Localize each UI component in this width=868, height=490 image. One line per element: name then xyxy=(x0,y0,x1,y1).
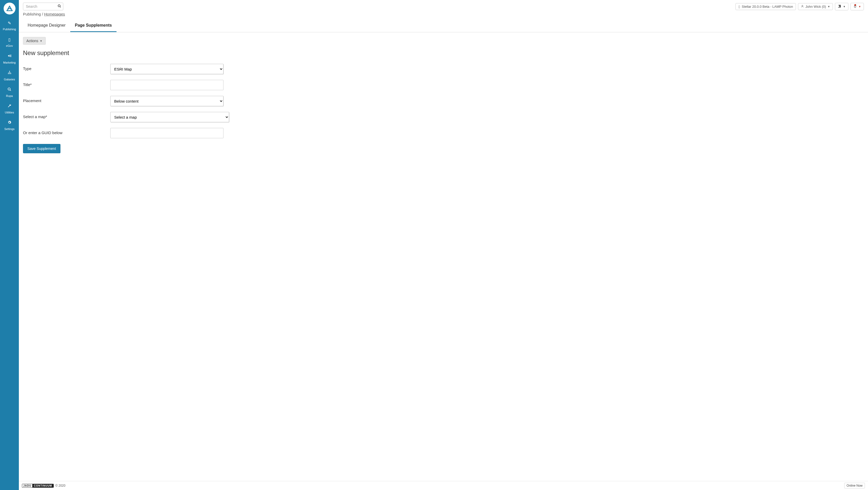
sidebar-item-label: Settings xyxy=(4,127,15,130)
bullhorn-icon xyxy=(0,54,19,59)
actions-menu[interactable]: Actions ▼ xyxy=(23,37,46,45)
guid-input[interactable] xyxy=(110,128,223,138)
user-icon xyxy=(801,5,804,8)
page-title: New supplement xyxy=(23,49,864,57)
user-label: John Wick (0) xyxy=(805,5,826,8)
breadcrumb-section: Publishing xyxy=(23,12,41,16)
sidebar-item-label: Rupa xyxy=(6,94,13,97)
actions-label: Actions xyxy=(26,39,38,43)
search-input[interactable] xyxy=(23,3,63,10)
breadcrumb: Publishing / Homepages xyxy=(19,10,868,20)
search-icon[interactable] xyxy=(58,4,61,9)
sidebar-item-label: Marketing xyxy=(3,61,16,64)
online-now-button[interactable]: Online Now xyxy=(844,483,865,488)
pencil-icon: ✎ xyxy=(0,21,19,26)
form-row-map: Select a map* Select a map xyxy=(23,112,864,122)
content: Actions ▼ New supplement Type ESRI Map T… xyxy=(19,32,868,490)
sidebar: ✎ Publishing ▯ eGov Marketing Galaxies R… xyxy=(0,0,19,490)
chevron-down-icon: ▼ xyxy=(843,5,845,8)
site-selector[interactable]: ▯ Stellar 20.0.0 Beta - LAMP Photon xyxy=(736,3,796,10)
sidebar-item-label: Publishing xyxy=(3,28,16,31)
chevron-down-icon: ▼ xyxy=(828,5,830,8)
book-icon xyxy=(838,4,841,9)
label-title: Title* xyxy=(23,80,110,87)
svg-rect-2 xyxy=(9,73,10,74)
sidebar-item-publishing[interactable]: ✎ Publishing xyxy=(0,18,19,35)
form-row-title: Title* xyxy=(23,80,864,90)
brand-logo: JADU CONTINUUM xyxy=(22,484,54,488)
label-type: Type xyxy=(23,64,110,71)
save-supplement-button[interactable]: Save Supplement xyxy=(23,144,60,153)
user-menu[interactable]: John Wick (0) ▼ xyxy=(798,3,833,10)
sidebar-item-marketing[interactable]: Marketing xyxy=(0,51,19,68)
device-icon: ▯ xyxy=(0,37,19,42)
site-label: Stellar 20.0.0 Beta - LAMP Photon xyxy=(742,5,793,8)
logo[interactable] xyxy=(4,3,16,14)
type-select[interactable]: ESRI Map xyxy=(110,64,223,74)
label-placement: Placement xyxy=(23,96,110,103)
help-menu[interactable]: ▼ xyxy=(835,3,848,10)
chevron-down-icon: ▼ xyxy=(859,5,861,8)
tab-page-supplements[interactable]: Page Supplements xyxy=(70,20,117,32)
brand-right: CONTINUUM xyxy=(32,484,54,487)
form-row-type: Type ESRI Map xyxy=(23,64,864,74)
footer-brand: JADU CONTINUUM © 2020 xyxy=(22,484,65,488)
breadcrumb-sep: / xyxy=(42,12,43,16)
search-icon xyxy=(0,87,19,92)
sidebar-item-utilities[interactable]: Utilities xyxy=(0,101,19,118)
form-row-placement: Placement Below content xyxy=(23,96,864,106)
sidebar-item-settings[interactable]: Settings xyxy=(0,118,19,134)
tabs: Homepage Designer Page Supplements xyxy=(19,20,868,32)
logo-icon xyxy=(6,5,13,12)
sidebar-item-label: Utilities xyxy=(5,111,14,114)
svg-point-4 xyxy=(8,88,10,90)
top-bar: ▯ Stellar 20.0.0 Beta - LAMP Photon John… xyxy=(19,0,868,10)
svg-rect-3 xyxy=(10,73,11,74)
sidebar-item-rupa[interactable]: Rupa xyxy=(0,85,19,101)
gear-icon xyxy=(0,120,19,125)
sidebar-item-label: Galaxies xyxy=(4,78,15,81)
brand-left: JADU xyxy=(22,484,32,487)
form-row-guid: Or enter a GUID below xyxy=(23,128,864,138)
main: ▯ Stellar 20.0.0 Beta - LAMP Photon John… xyxy=(19,0,868,490)
footer: JADU CONTINUUM © 2020 Online Now xyxy=(19,481,868,490)
map-select[interactable]: Select a map xyxy=(110,112,229,122)
chevron-down-icon: ▼ xyxy=(40,39,42,42)
tab-homepage-designer[interactable]: Homepage Designer xyxy=(23,20,70,32)
svg-rect-0 xyxy=(9,71,10,71)
label-guid: Or enter a GUID below xyxy=(23,128,110,135)
sitemap-icon xyxy=(0,70,19,76)
notification-dot-icon xyxy=(854,4,856,6)
wrench-icon xyxy=(0,104,19,109)
breadcrumb-page-link[interactable]: Homepages xyxy=(44,12,65,16)
sidebar-item-label: eGov xyxy=(6,44,13,47)
device-icon: ▯ xyxy=(738,5,740,8)
copyright: © 2020 xyxy=(55,484,65,487)
sidebar-item-egov[interactable]: ▯ eGov xyxy=(0,35,19,51)
label-map: Select a map* xyxy=(23,112,110,119)
search-wrap xyxy=(23,3,63,10)
placement-select[interactable]: Below content xyxy=(110,96,223,106)
notifications-button[interactable]: ▼ xyxy=(850,3,864,10)
svg-rect-1 xyxy=(8,73,9,74)
svg-point-5 xyxy=(58,5,60,7)
sidebar-item-galaxies[interactable]: Galaxies xyxy=(0,68,19,85)
svg-point-6 xyxy=(802,5,803,6)
title-input[interactable] xyxy=(110,80,223,90)
